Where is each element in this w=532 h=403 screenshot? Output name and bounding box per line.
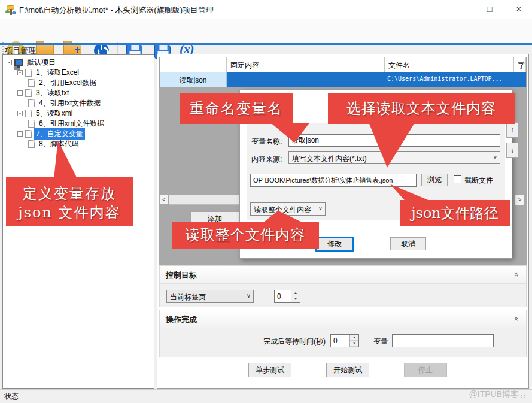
stepper-down-icon[interactable]: ▼ <box>291 296 300 302</box>
browse-button[interactable]: 浏览 <box>421 174 448 186</box>
modify-button[interactable]: 修改 <box>316 237 353 251</box>
variable-name-label: 变量名称: <box>251 137 282 147</box>
read-mode-select[interactable]: 读取整个文件内容 ∨ <box>250 202 326 216</box>
tree-item[interactable]: -3、读取txt <box>3 88 154 98</box>
wait-time-input[interactable] <box>331 335 349 347</box>
table-header-cell[interactable]: 文件名 <box>385 57 514 72</box>
callout-text: 选择读取文本文件内容 <box>346 100 496 117</box>
control-target-title: 控制目标 <box>166 270 197 281</box>
doc-icon <box>28 99 35 107</box>
result-variable-label: 变量 <box>373 337 388 347</box>
application-window: F:\mot\自动分析数据.mot* - 木头浏览器(旗舰版)项目管理 – □ … <box>0 0 532 403</box>
collapse-chevron-icon[interactable]: « <box>512 317 521 321</box>
callout-text: json 文件内容 <box>6 203 133 222</box>
doc-icon <box>25 110 32 117</box>
callout-define-variable: 定义变量存放 json 文件内容 <box>6 177 133 226</box>
wait-time-label: 完成后等待时间(秒) <box>229 337 326 347</box>
step-test-button[interactable]: 单步测试 <box>248 363 291 377</box>
tree-item[interactable]: -默认项目 <box>3 57 154 68</box>
tree-expander-icon[interactable]: - <box>17 131 23 137</box>
stepper-up-icon[interactable]: ▲ <box>291 290 300 296</box>
watermark: @ITPUB博客 <box>469 389 519 400</box>
result-variable-input[interactable] <box>392 334 494 347</box>
truncate-label: 截断文件 <box>464 175 493 186</box>
table-cell[interactable] <box>514 72 526 87</box>
toolbar: + + (x) <box>0 19 532 43</box>
stepper-arrows[interactable]: ▲▼ <box>291 290 300 302</box>
control-target-header[interactable]: 控制目标 « <box>160 266 526 284</box>
stepper-up-icon[interactable]: ▲ <box>350 335 358 341</box>
read-mode-value: 读取整个文件内容 <box>254 205 311 214</box>
status-text: 状态 <box>4 392 19 402</box>
operation-complete-header[interactable]: 操作完成 « <box>160 310 526 328</box>
callout-text: json文件路径 <box>411 205 498 222</box>
tree-expander-icon[interactable]: - <box>17 70 23 75</box>
table-header-cell[interactable] <box>160 57 227 72</box>
tree-expander-icon[interactable]: - <box>7 60 12 65</box>
scroll-down-button[interactable]: ↓ <box>506 143 518 158</box>
status-bar <box>0 389 532 403</box>
minimize-button[interactable]: – <box>450 0 470 18</box>
target-select[interactable]: 当前标签页 ∨ <box>166 290 254 303</box>
truncate-checkbox[interactable] <box>454 175 461 183</box>
callout-rename-variable: 重命名变量名 <box>180 93 293 124</box>
chevron-down-icon: ∨ <box>493 154 497 160</box>
table-row[interactable]: 读取jsonC:\Users\Administrator.LAPTOP... <box>160 72 526 87</box>
callout-whole-file: 读取整个文件内容 <box>172 222 319 249</box>
wait-time-stepper[interactable]: ▲▼ <box>330 334 359 347</box>
table-cell[interactable]: C:\Users\Administrator.LAPTOP... <box>385 72 514 87</box>
callout-select-source: 选择读取文本文件内容 <box>328 93 515 124</box>
table-cell[interactable]: 读取json <box>160 72 227 87</box>
content-source-label: 内容来源: <box>251 154 282 165</box>
doc-icon <box>25 69 32 77</box>
tree-expander-icon[interactable]: - <box>17 90 23 96</box>
chevron-down-icon: ∨ <box>247 292 251 299</box>
tree-item[interactable]: 8、脚本代码 <box>3 139 154 149</box>
callout-text: 重命名变量名 <box>190 100 283 117</box>
close-button[interactable]: × <box>509 0 529 18</box>
callout-json-path: json文件路径 <box>400 200 510 226</box>
tree-item[interactable]: 6、引用xml文件数据 <box>3 119 154 129</box>
callout-text: 定义变量存放 <box>6 184 133 203</box>
collapse-chevron-icon[interactable]: « <box>512 272 521 277</box>
stepper-down-icon[interactable]: ▼ <box>350 341 358 347</box>
doc-icon <box>28 120 35 128</box>
tree-item[interactable]: -1、读取Excel <box>3 68 154 78</box>
chevron-down-icon: ∨ <box>318 205 323 211</box>
content-source-value: 填写文本文件内容(*.txt) <box>292 154 367 163</box>
callout-text: 读取整个文件内容 <box>186 226 305 243</box>
table-header-cell[interactable]: 固定内容 <box>227 57 385 72</box>
watermark-dots <box>521 394 526 399</box>
accent-divider <box>0 43 532 45</box>
doc-icon <box>25 130 32 138</box>
tree-item[interactable]: -7、自定义变量 <box>3 129 154 139</box>
table-header-row: 固定内容文件名字段 <box>160 57 526 72</box>
title-bar: F:\mot\自动分析数据.mot* - 木头浏览器(旗舰版)项目管理 – □ … <box>0 0 532 19</box>
target-index-stepper[interactable]: ▲▼ <box>274 290 300 303</box>
scroll-up-button[interactable]: ↑ <box>506 122 518 138</box>
computer-icon <box>14 59 23 66</box>
operation-complete-section: 操作完成 « <box>159 310 527 357</box>
tree-item[interactable]: 2、引用Excel数据 <box>3 78 154 88</box>
hscroll-left-button[interactable]: < <box>159 195 169 205</box>
doc-icon <box>28 140 35 148</box>
app-logo-icon <box>5 4 16 15</box>
cancel-button[interactable]: 取消 <box>390 237 426 250</box>
target-select-value: 当前标签页 <box>170 293 206 301</box>
doc-icon <box>25 89 32 97</box>
table-cell[interactable] <box>227 72 385 87</box>
doc-icon <box>28 79 35 87</box>
start-test-button[interactable]: 开始测试 <box>326 363 369 377</box>
maximize-button[interactable]: □ <box>479 0 500 18</box>
window-title: F:\mot\自动分析数据.mot* - 木头浏览器(旗舰版)项目管理 <box>19 5 214 16</box>
stepper-arrows[interactable]: ▲▼ <box>349 335 358 347</box>
tree-expander-icon[interactable]: - <box>17 111 23 116</box>
target-index-input[interactable] <box>275 290 291 302</box>
table-header-cell[interactable]: 字段 <box>514 57 526 72</box>
tree-item[interactable]: 4、引用txt文件数据 <box>3 98 154 108</box>
stop-button: 停止 <box>404 363 447 377</box>
hscroll-track[interactable] <box>169 195 241 205</box>
tree-item[interactable]: -5、读取xml <box>3 108 154 119</box>
variable-table: 固定内容文件名字段 读取jsonC:\Users\Administrator.L… <box>159 57 527 87</box>
hscroll-right-button[interactable]: > <box>515 194 525 205</box>
